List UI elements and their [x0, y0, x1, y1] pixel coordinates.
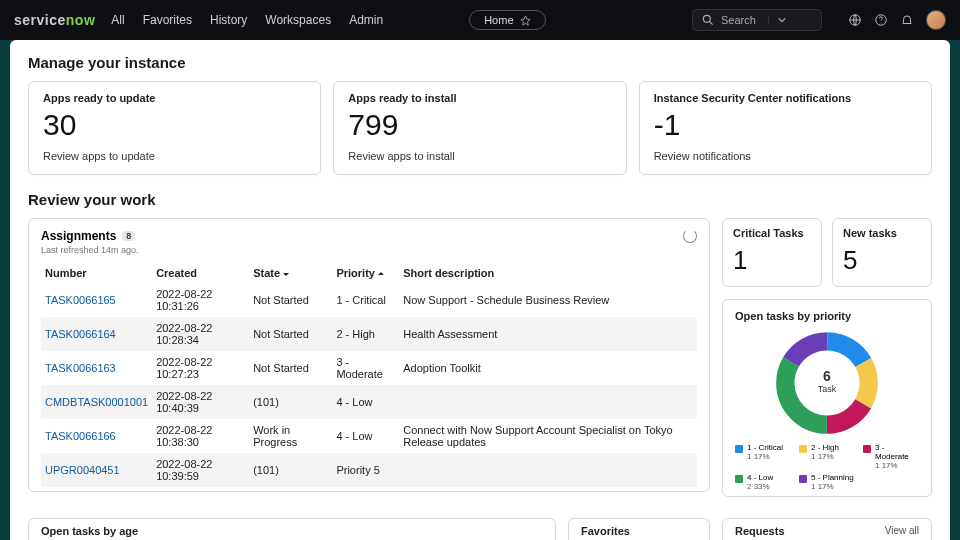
priority-title: Open tasks by priority — [735, 310, 919, 322]
assignments-subtitle: Last refreshed 14m ago. — [41, 245, 697, 255]
favorites-card[interactable]: Favorites — [568, 518, 710, 540]
assignments-count-badge: 8 — [122, 231, 135, 241]
card-link[interactable]: Review apps to install — [348, 150, 611, 162]
summary-card-1[interactable]: Apps ready to install 799 Review apps to… — [333, 81, 626, 175]
nav-all[interactable]: All — [111, 13, 124, 27]
requests-card[interactable]: RequestsView all — [722, 518, 932, 540]
card-title: Apps ready to install — [348, 92, 611, 104]
task-number[interactable]: TASK0066166 — [41, 419, 152, 453]
legend-item[interactable]: 5 - Planning1 17% — [799, 474, 855, 492]
task-desc: Now Support - Schedule Business Review — [399, 283, 697, 317]
task-number[interactable]: TASK0066163 — [41, 351, 152, 385]
user-avatar[interactable] — [926, 10, 946, 30]
task-priority: 1 - Critical — [332, 283, 399, 317]
table-row[interactable]: TASK0066165 2022-08-22 10:31:26 Not Star… — [41, 283, 697, 317]
task-number[interactable]: UPGR0040451 — [41, 453, 152, 487]
nav-history[interactable]: History — [210, 13, 247, 27]
task-created: 2022-08-22 10:38:30 — [152, 419, 249, 453]
card-value: 30 — [43, 110, 306, 140]
legend-swatch — [735, 475, 743, 483]
mini-card-1[interactable]: New tasks 5 — [832, 218, 932, 287]
card-title: Instance Security Center notifications — [654, 92, 917, 104]
search-dropdown[interactable] — [768, 16, 790, 24]
task-state: Not Started — [249, 317, 332, 351]
task-created: 2022-08-22 10:40:39 — [152, 385, 249, 419]
task-priority: 3 - Moderate — [332, 351, 399, 385]
svg-line-1 — [710, 22, 713, 25]
col-number[interactable]: Number — [41, 263, 152, 283]
task-desc — [399, 385, 697, 419]
assignments-title: Assignments — [41, 229, 116, 243]
donut-center: 6 Task — [772, 368, 882, 394]
table-row[interactable]: TASK0066164 2022-08-22 10:28:34 Not Star… — [41, 317, 697, 351]
legend-swatch — [799, 445, 807, 453]
bell-icon[interactable] — [900, 13, 914, 27]
task-state: Not Started — [249, 351, 332, 385]
legend-swatch — [863, 445, 871, 453]
nav-favorites[interactable]: Favorites — [143, 13, 192, 27]
summary-card-2[interactable]: Instance Security Center notifications -… — [639, 81, 932, 175]
col-desc[interactable]: Short description — [399, 263, 697, 283]
chevron-down-icon — [778, 16, 786, 24]
card-link[interactable]: Review apps to update — [43, 150, 306, 162]
svg-point-0 — [703, 15, 710, 22]
section-manage-title: Manage your instance — [28, 54, 932, 71]
donut-legend: 1 - Critical1 17% 2 - High1 17% 3 - Mode… — [735, 444, 919, 492]
summary-card-0[interactable]: Apps ready to update 30 Review apps to u… — [28, 81, 321, 175]
task-priority: Priority 5 — [332, 453, 399, 487]
task-created: 2022-08-22 10:31:26 — [152, 283, 249, 317]
task-number[interactable]: TASK0066165 — [41, 283, 152, 317]
card-value: 799 — [348, 110, 611, 140]
task-created: 2022-08-22 10:39:59 — [152, 453, 249, 487]
assignments-card: Assignments 8 Last refreshed 14m ago. Nu… — [28, 218, 710, 492]
table-row[interactable]: UPGR0040451 2022-08-22 10:39:59 (101) Pr… — [41, 453, 697, 487]
search-icon — [701, 13, 715, 27]
legend-item[interactable]: 2 - High1 17% — [799, 444, 855, 470]
table-row[interactable]: CMDBTASK0001001 2022-08-22 10:40:39 (101… — [41, 385, 697, 419]
section-review-title: Review your work — [28, 191, 932, 208]
open-tasks-by-age-card[interactable]: Open tasks by age — [28, 518, 556, 540]
top-nav: servicenow All Favorites History Workspa… — [0, 0, 960, 40]
table-row[interactable]: TASK0066163 2022-08-22 10:27:23 Not Star… — [41, 351, 697, 385]
card-title: Apps ready to update — [43, 92, 306, 104]
mini-card-0[interactable]: Critical Tasks 1 — [722, 218, 822, 287]
globe-icon[interactable] — [848, 13, 862, 27]
svg-point-4 — [881, 22, 882, 23]
task-created: 2022-08-22 10:28:34 — [152, 317, 249, 351]
nav-admin[interactable]: Admin — [349, 13, 383, 27]
task-state: Work in Progress — [249, 419, 332, 453]
col-created[interactable]: Created — [152, 263, 249, 283]
task-priority: 4 - Low — [332, 419, 399, 453]
task-state: Not Started — [249, 283, 332, 317]
task-desc: Adoption Toolkit — [399, 351, 697, 385]
card-value: -1 — [654, 110, 917, 140]
legend-item[interactable]: 1 - Critical1 17% — [735, 444, 791, 470]
task-desc: Connect with Now Support Account Special… — [399, 419, 697, 453]
task-priority: 4 - Low — [332, 385, 399, 419]
legend-item[interactable]: 4 - Low2 33% — [735, 474, 791, 492]
task-priority: 2 - High — [332, 317, 399, 351]
task-state: (101) — [249, 453, 332, 487]
help-icon[interactable] — [874, 13, 888, 27]
logo[interactable]: servicenow — [14, 12, 95, 28]
star-icon — [520, 15, 531, 26]
nav-workspaces[interactable]: Workspaces — [265, 13, 331, 27]
card-link[interactable]: Review notifications — [654, 150, 917, 162]
assignments-table: Number Created State Priority Short desc… — [41, 263, 697, 487]
page-body: Manage your instance Apps ready to updat… — [10, 40, 950, 540]
legend-swatch — [735, 445, 743, 453]
col-state[interactable]: State — [249, 263, 332, 283]
task-state: (101) — [249, 385, 332, 419]
home-pill[interactable]: Home — [469, 10, 545, 30]
task-number[interactable]: CMDBTASK0001001 — [41, 385, 152, 419]
legend-swatch — [799, 475, 807, 483]
legend-item[interactable]: 3 - Moderate1 17% — [863, 444, 919, 470]
task-number[interactable]: TASK0066164 — [41, 317, 152, 351]
task-desc — [399, 453, 697, 487]
global-search[interactable]: Search — [692, 9, 822, 31]
task-created: 2022-08-22 10:27:23 — [152, 351, 249, 385]
priority-card: Open tasks by priority 6 Task 1 - Critic… — [722, 299, 932, 497]
col-priority[interactable]: Priority — [332, 263, 399, 283]
refresh-icon[interactable] — [683, 229, 697, 243]
table-row[interactable]: TASK0066166 2022-08-22 10:38:30 Work in … — [41, 419, 697, 453]
